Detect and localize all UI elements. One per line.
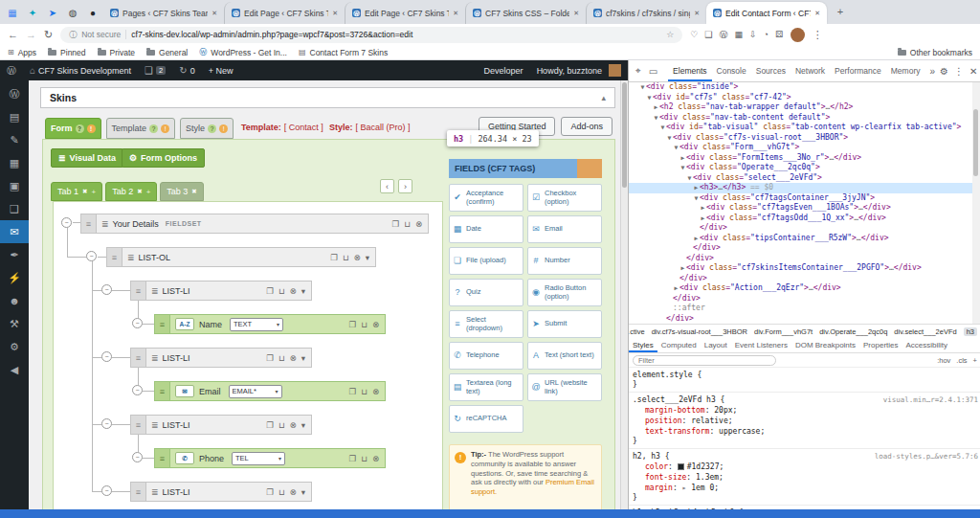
copy-icon[interactable]: ❐ [266,487,274,497]
tree-node-toggle[interactable]: − [132,318,143,328]
drag-handle-icon[interactable]: ≡ [131,282,146,300]
sidebar-item-tools[interactable]: ⚒ [0,312,29,335]
breadcrumb-item[interactable]: div.cf7s-visual-root___3HBOR [652,327,747,336]
cf7-tag-button[interactable]: @URL (website link) [527,373,602,401]
devtools-settings-icon[interactable]: ⚙ [940,66,948,77]
cf7-tag-button[interactable]: ➤Submit [527,310,602,338]
alert-badge[interactable]: ! [161,124,169,133]
sidebar-item-collapse[interactable]: ◀ [0,358,29,381]
tree-row[interactable]: ≡A-ZNameTEXT▾❐⊔⊗ [154,314,386,334]
other-bookmarks[interactable]: Other bookmarks [898,48,972,57]
styles-tab-dom-breakpoints[interactable]: DOM Breakpoints [791,338,859,352]
devtools-tab-elements[interactable]: Elements [668,60,711,81]
devtools-tab-console[interactable]: Console [712,60,751,81]
account-menu[interactable]: Howdy, buzztone [530,64,628,77]
sidebar-item-appearance[interactable]: ✒ [0,243,29,266]
sidebar-item-comments[interactable]: ❑ [0,197,29,220]
prev-tab-button[interactable]: ‹ [380,179,394,193]
devtools-code-line[interactable]: ▼<div id="tab-visual" class="tab-content… [629,123,973,133]
close-tab-icon[interactable]: ✖ [82,188,87,195]
new-tab-button[interactable]: + [833,5,848,20]
more-tabs-icon[interactable]: » [926,66,938,77]
devtools-code-line[interactable]: ▶<div class="Action___2qEzr">…</div> [629,283,973,294]
drag-handle-icon[interactable]: ≡ [155,449,170,467]
editor-tab-form[interactable]: Form?! [45,118,101,139]
tree-node-toggle[interactable]: − [61,217,72,228]
drag-handle-icon[interactable]: ≡ [81,214,97,233]
tree-node-toggle[interactable]: − [132,452,143,462]
trash-icon[interactable]: ⊔ [361,454,368,463]
breadcrumb-item[interactable]: div.select___2eVFd [894,327,956,336]
site-menu[interactable]: ⌂ CF7 Skins Development [23,60,138,80]
devtools-code-line[interactable]: </div> [629,243,973,254]
tab-close-icon[interactable]: ✕ [573,10,579,17]
styles-tab-properties[interactable]: Properties [859,338,902,352]
cf7-tag-button[interactable]: ≡Select (dropdown) [449,310,523,338]
tree-row[interactable]: ≡✉EmailEMAIL*▾❐⊔⊗ [154,381,386,401]
copy-icon[interactable]: ❐ [392,219,400,229]
browser-tab[interactable]: ⓌCF7 Skins CSS – Folders & Fil...✕ [465,2,586,24]
clock-icon[interactable]: ◔ [763,30,768,39]
styles-filter-input[interactable] [633,355,776,366]
site-info-icon[interactable]: ⓘ [69,30,77,40]
devtools-code-line[interactable]: ▼<div id="cf7s" class="cf7-42"> [629,93,973,103]
tree-row[interactable]: ≡≣LIST-LI❐⊔⊗▾ [130,348,312,368]
device-toolbar-icon[interactable]: ▭ [646,66,660,77]
next-tab-button[interactable]: › [398,179,412,193]
inspect-element-icon[interactable]: ⌖ [633,65,644,77]
bookmark-item[interactable]: General [146,48,188,57]
bookmark-star-icon[interactable]: ☆ [666,30,674,39]
form-tab[interactable]: Tab 3✖ [160,182,203,201]
devtools-code-line[interactable]: ▼<div class="cf7tagsContainer___3jyJN"> [629,193,973,204]
bookmark-item[interactable]: ▤Contact Form 7 Skins [299,48,388,57]
cf7-tag-button[interactable]: ▦Date [449,215,523,243]
download-icon[interactable]: ⇩ [749,30,757,39]
cf7-tag-button[interactable]: ❏File (upload) [449,247,523,275]
editor-tab-style[interactable]: Style?! [180,118,234,139]
remove-icon[interactable]: ⊗ [372,387,379,396]
drag-handle-icon[interactable]: ≡ [155,382,170,400]
tree-node-toggle[interactable]: − [101,485,112,496]
cf7-tag-button[interactable]: ✔Acceptance (confirm) [449,184,523,212]
cf7-tag-button[interactable]: ☑Checkbox (option) [527,184,602,212]
field-type-select[interactable]: TEL▾ [232,452,285,465]
sidebar-item-contact[interactable]: ✉ [0,220,29,243]
pinned-tab-2[interactable]: ✦ [26,7,39,20]
class-toggle[interactable]: .cls [956,356,967,365]
alert-badge[interactable]: ! [219,124,228,133]
tree-row[interactable]: ≡≣LIST-LI❐⊔⊗▾ [130,415,312,435]
windows-taskbar[interactable] [0,509,980,518]
sidebar-item-settings[interactable]: ⚙ [0,335,29,358]
sidebar-item-users[interactable]: ☻ [0,289,29,312]
devtools-code-line[interactable]: ::after [629,304,973,314]
addons-button[interactable]: Add-ons [561,117,612,136]
help-badge[interactable]: ? [149,124,158,133]
devtools-code-line[interactable]: ▶<div class="cf7tagsOdd___1Q_xx">…</div> [629,214,973,224]
comments-menu[interactable]: ❑ 2 [138,60,172,80]
sidebar-item-dashboard[interactable]: ▤ [0,105,29,128]
close-tab-icon[interactable]: ✖ [137,188,142,195]
browser-tab[interactable]: ⓌPages ‹ CF7 Skins Team — Wo...✕ [103,2,224,24]
breadcrumb-item[interactable]: …ctive [629,327,645,336]
tree-row[interactable]: ≡≣LIST-OL❐⊔⊗▾ [106,247,376,267]
tree-node-toggle[interactable]: − [101,418,112,429]
remove-icon[interactable]: ⊗ [290,353,297,363]
remove-icon[interactable]: ⊗ [372,320,379,329]
copy-icon[interactable]: ❐ [330,253,338,262]
copy-icon[interactable]: ❐ [349,320,357,329]
copy-icon[interactable]: ❐ [349,454,357,463]
devtools-code-line[interactable]: ▶<h3>…</h3> == $0 [629,183,973,193]
back-button[interactable]: ← [8,29,18,40]
cf7-tag-button[interactable]: ↻reCAPTCHA [449,405,523,433]
page-scrollbar[interactable] [620,80,628,518]
styles-tab-accessibility[interactable]: Accessibility [902,338,952,352]
tree-row[interactable]: ≡≣LIST-LI❐⊔⊗▾ [130,482,312,502]
add-tab-icon[interactable]: + [91,188,96,196]
devtools-tab-memory[interactable]: Memory [886,60,925,81]
drag-handle-icon[interactable]: ≡ [131,483,146,501]
field-type-select[interactable]: TEXT▾ [230,318,283,331]
devtools-tab-network[interactable]: Network [791,60,830,81]
wp-logo-menu[interactable]: Ⓦ [0,60,23,80]
omnibox[interactable]: ⓘ Not secure cf7-skins-dev.local/wp-admi… [60,27,682,43]
cf7-tag-button[interactable]: AText (short text) [527,342,602,370]
